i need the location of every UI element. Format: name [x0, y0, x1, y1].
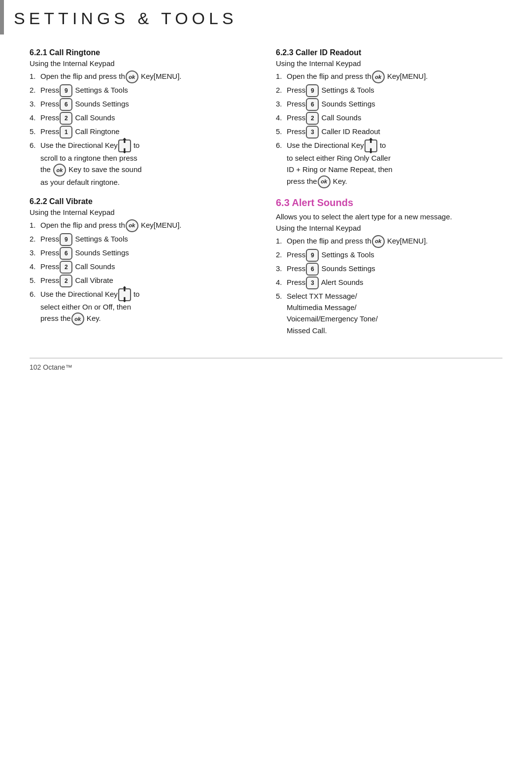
step-num: 1.	[30, 70, 40, 82]
step-num: 5.	[276, 290, 287, 302]
section-caller-id: 6.2.3 Caller ID Readout Using the Intern…	[276, 48, 502, 188]
callerid-step-1: 1. Open the flip and press thok Key[MENU…	[276, 70, 502, 83]
key-6: 6	[306, 263, 319, 276]
key-2: 2	[60, 261, 72, 274]
step-content: Open the flip and press thok Key[MENU].	[287, 235, 502, 248]
step-content: Press2 Call Sounds	[40, 261, 256, 274]
step-num: 6.	[276, 139, 287, 151]
page: SETTINGS & TOOLS 6.2.1 Call Ringtone Usi…	[0, 0, 532, 765]
sub-title-callerid: Using the Internal Keypad	[276, 59, 502, 68]
key-3: 3	[306, 126, 319, 139]
ok-key: ok	[71, 313, 84, 325]
step-content: Press6 Sounds Settings	[40, 247, 256, 260]
ringtone-step-6: 6. Use the Directional Key⬆⬇ toscroll to…	[30, 139, 256, 188]
key-2b: 2	[60, 275, 72, 287]
step-num: 3.	[30, 98, 40, 109]
key-6: 6	[60, 98, 72, 111]
step-content: Press9 Settings & Tools	[287, 249, 502, 262]
step-content: Press3 Caller ID Readout	[287, 126, 502, 139]
callerid-step-4: 4. Press2 Call Sounds	[276, 112, 502, 125]
step-content: Press2 Call Vibrate	[40, 275, 256, 287]
step-content: Open the flip and press thok Key[MENU].	[40, 70, 256, 83]
alert-step-3: 3. Press6 Sounds Settings	[276, 263, 502, 276]
ok-key: ok	[53, 164, 66, 176]
footer-text: 102 Octane™	[30, 363, 72, 371]
vibrate-step-6: 6. Use the Directional Key⬆⬇ toselect ei…	[30, 288, 256, 325]
step-num: 3.	[30, 247, 40, 258]
vibrate-step-4: 4. Press2 Call Sounds	[30, 261, 256, 274]
alert-steps: 1. Open the flip and press thok Key[MENU…	[276, 235, 502, 336]
step-content: Press9 Settings & Tools	[40, 233, 256, 246]
step-content: Use the Directional Key⬆⬇ toscroll to a …	[40, 139, 256, 188]
key-2: 2	[306, 112, 319, 125]
step-num: 4.	[30, 261, 40, 272]
step-content: Press2 Call Sounds	[287, 112, 502, 125]
dir-key: ⬆⬇	[118, 288, 131, 301]
step-num: 3.	[276, 263, 287, 274]
step-num: 1.	[276, 235, 287, 246]
step-content: Press9 Settings & Tools	[287, 84, 502, 97]
ok-key: ok	[126, 219, 138, 232]
step-num: 4.	[276, 112, 287, 123]
step-num: 3.	[276, 98, 287, 109]
footer: 102 Octane™	[30, 358, 502, 371]
step-num: 1.	[30, 219, 40, 231]
alert-desc: Allows you to select the alert type for …	[276, 212, 502, 221]
step-num: 5.	[30, 126, 40, 137]
sub-title-ringtone: Using the Internal Keypad	[30, 59, 256, 68]
step-content: Use the Directional Key⬆⬇ toselect eithe…	[40, 288, 256, 325]
key-3: 3	[306, 277, 319, 289]
ok-key: ok	[318, 175, 331, 188]
page-title: SETTINGS & TOOLS	[14, 0, 237, 35]
ok-key: ok	[372, 235, 385, 248]
right-column: 6.2.3 Caller ID Readout Using the Intern…	[276, 48, 502, 343]
header-bar	[0, 0, 4, 35]
step-content: Open the flip and press thok Key[MENU].	[287, 70, 502, 83]
key-9: 9	[60, 233, 72, 246]
callerid-step-6: 6. Use the Directional Key⬆⬇ toto select…	[276, 139, 502, 188]
step-num: 2.	[276, 84, 287, 96]
sub-title-vibrate: Using the Internal Keypad	[30, 208, 256, 216]
ringtone-step-1: 1. Open the flip and press thok Key[MENU…	[30, 70, 256, 83]
step-num: 4.	[276, 277, 287, 288]
step-num: 6.	[30, 139, 40, 151]
key-9: 9	[60, 84, 72, 97]
step-content: Press6 Sounds Settings	[287, 98, 502, 111]
dir-key: ⬆⬇	[365, 139, 377, 152]
step-num: 5.	[30, 275, 40, 286]
step-num: 1.	[276, 70, 287, 82]
ringtone-step-5: 5. Press1 Call Ringtone	[30, 126, 256, 139]
alert-keypad-sub: Using the Internal Keypad	[276, 224, 502, 232]
step-content: Open the flip and press thok Key[MENU].	[40, 219, 256, 232]
step-content: Press6 Sounds Settings	[40, 98, 256, 111]
step-content: Use the Directional Key⬆⬇ toto select ei…	[287, 139, 502, 188]
alert-step-4: 4. Press3 Alert Sounds	[276, 277, 502, 289]
step-content: Press1 Call Ringtone	[40, 126, 256, 139]
section-title-vibrate: 6.2.2 Call Vibrate	[30, 197, 256, 206]
key-2: 2	[60, 112, 72, 125]
callerid-step-2: 2. Press9 Settings & Tools	[276, 84, 502, 97]
ringtone-steps: 1. Open the flip and press thok Key[MENU…	[30, 70, 256, 188]
key-9: 9	[306, 249, 319, 262]
page-header: SETTINGS & TOOLS	[0, 0, 532, 35]
step-content: Select TXT Message/Multimedia Message/Vo…	[287, 290, 502, 336]
callerid-steps: 1. Open the flip and press thok Key[MENU…	[276, 70, 502, 188]
ringtone-step-2: 2. Press9 Settings & Tools	[30, 84, 256, 97]
vibrate-steps: 1. Open the flip and press thok Key[MENU…	[30, 219, 256, 325]
step-content: Press3 Alert Sounds	[287, 277, 502, 289]
left-column: 6.2.1 Call Ringtone Using the Internal K…	[30, 48, 256, 343]
callerid-step-5: 5. Press3 Caller ID Readout	[276, 126, 502, 139]
step-num: 2.	[30, 84, 40, 96]
ok-key: ok	[372, 70, 385, 83]
step-content: Press6 Sounds Settings	[287, 263, 502, 276]
section-title-callerid: 6.2.3 Caller ID Readout	[276, 48, 502, 57]
section-call-ringtone: 6.2.1 Call Ringtone Using the Internal K…	[30, 48, 256, 188]
key-9: 9	[306, 84, 319, 97]
alert-section-title: 6.3 Alert Sounds	[276, 197, 502, 209]
vibrate-step-1: 1. Open the flip and press thok Key[MENU…	[30, 219, 256, 232]
dir-key: ⬆⬇	[118, 139, 131, 152]
step-num: 2.	[276, 249, 287, 260]
section-call-vibrate: 6.2.2 Call Vibrate Using the Internal Ke…	[30, 197, 256, 325]
step-num: 4.	[30, 112, 40, 123]
step-num: 2.	[30, 233, 40, 244]
